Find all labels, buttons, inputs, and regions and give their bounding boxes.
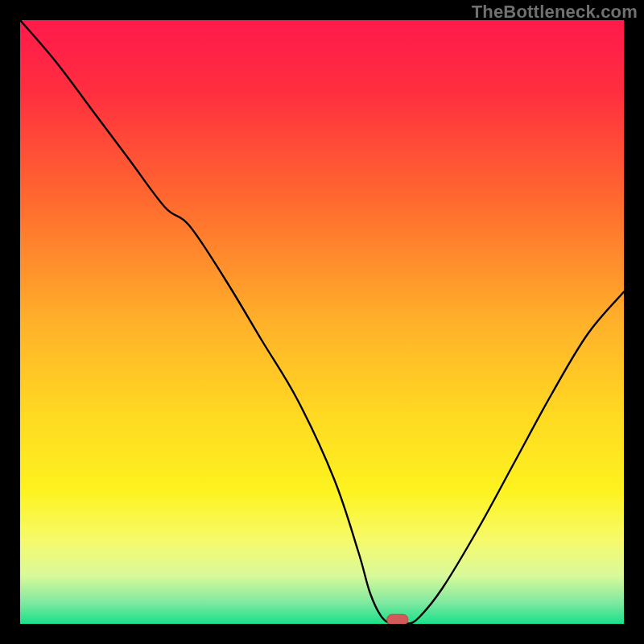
plot-area	[20, 20, 624, 624]
chart-frame: TheBottleneck.com	[0, 0, 644, 644]
optimum-marker	[387, 614, 408, 624]
plot-inner	[20, 20, 624, 624]
gradient-background	[20, 20, 624, 624]
watermark-text: TheBottleneck.com	[472, 2, 638, 23]
bottleneck-chart	[20, 20, 624, 624]
